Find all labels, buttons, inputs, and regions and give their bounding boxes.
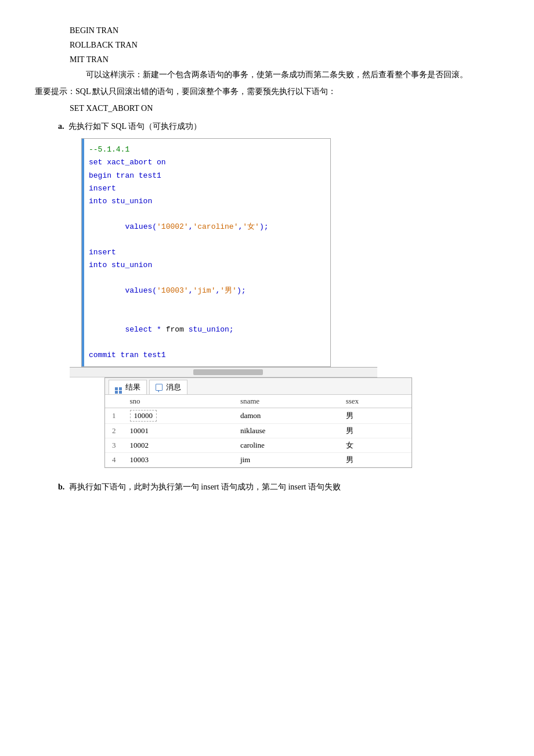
- step-b-header: b. 再执行如下语句，此时为执行第一句 insert 语句成功，第二句 inse…: [58, 480, 499, 494]
- scrollbar-area[interactable]: [70, 367, 377, 377]
- step-b-label: b.: [58, 483, 64, 491]
- row-3-num: 3: [105, 438, 123, 452]
- row-4-num: 4: [105, 452, 123, 467]
- row-1-sno: 10000: [123, 408, 233, 423]
- code-line-5: into stu_union: [89, 195, 326, 208]
- row-4-ssex: 男: [339, 452, 412, 467]
- set-xact-stmt: SET XACT_ABORT ON: [70, 101, 499, 116]
- grid-cell-1: [115, 387, 118, 390]
- step-a-header: a. 先执行如下 SQL 语句（可执行成功）: [58, 119, 499, 134]
- note-label: 重要提示：: [35, 87, 75, 96]
- tab-message[interactable]: 消息: [149, 380, 187, 394]
- th-ssex: ssex: [339, 395, 412, 408]
- code-line-11: commit tran test1: [89, 349, 326, 362]
- tab-bar: 结果 消息: [105, 378, 412, 395]
- row-2-ssex: 男: [339, 423, 412, 438]
- row-3-sname: caroline: [233, 438, 339, 452]
- line-begin-tran: BEGIN TRAN: [70, 23, 499, 38]
- row-3-ssex: 女: [339, 438, 412, 452]
- code-line-3: begin tran test1: [89, 170, 326, 182]
- row-1-sname: damon: [233, 408, 339, 423]
- step-a-label: a.: [58, 122, 64, 131]
- code-line-1: --5.1.4.1: [89, 143, 326, 156]
- msg-icon-shape: [156, 384, 163, 391]
- scroll-thumb[interactable]: [193, 369, 263, 375]
- code-inner: --5.1.4.1 set xact_abort on begin tran t…: [82, 143, 326, 362]
- code-line-2: set xact_abort on: [89, 156, 326, 169]
- table-header-row: sno sname ssex: [105, 395, 412, 408]
- row-2-sname: niklause: [233, 423, 339, 438]
- message-icon: [156, 384, 164, 392]
- code-line-7: insert: [89, 246, 326, 259]
- table-row: 4 10003 jim 男: [105, 452, 412, 467]
- step-b-text: 再执行如下语句，此时为执行第一句 insert 语句成功，第二句 insert …: [69, 483, 341, 491]
- code-line-6: values('10002','caroline','女');: [89, 208, 326, 246]
- table-row: 1 10000 damon 男: [105, 408, 412, 423]
- page-content: BEGIN TRAN ROLLBACK TRAN MIT TRAN 可以这样演示…: [35, 23, 499, 494]
- result-panel: 结果 消息 sno sname ssex: [104, 377, 412, 468]
- th-sno: sno: [123, 395, 233, 408]
- tab-result-label: 结果: [125, 382, 140, 393]
- grid-cell-2: [119, 387, 122, 390]
- row-1-ssex: 男: [339, 408, 412, 423]
- note-text: SQL 默认只回滚出错的语句，要回滚整个事务，需要预先执行以下语句：: [75, 87, 336, 96]
- code-line-9: values('10003','jim','男');: [89, 272, 326, 310]
- code-left-bar: [82, 139, 84, 366]
- note-line: 重要提示：SQL 默认只回滚出错的语句，要回滚整个事务，需要预先执行以下语句：: [35, 84, 499, 99]
- th-rownum: [105, 395, 123, 408]
- table-row: 2 10001 niklause 男: [105, 423, 412, 438]
- paragraph-1: 可以这样演示：新建一个包含两条语句的事务，使第一条成功而第二条失败，然后查看整个…: [35, 67, 499, 82]
- row-4-sno: 10003: [123, 452, 233, 467]
- row-2-num: 2: [105, 423, 123, 438]
- grid-icon: [115, 383, 123, 391]
- line-mit-tran: MIT TRAN: [70, 52, 499, 67]
- step-a-text: 先执行如下 SQL 语句（可执行成功）: [68, 122, 201, 131]
- code-line-10: select * from stu_union;: [89, 311, 326, 349]
- code-line-8: into stu_union: [89, 259, 326, 272]
- grid-cell-3: [115, 391, 118, 394]
- code-editor: --5.1.4.1 set xact_abort on begin tran t…: [81, 138, 331, 367]
- row-1-num: 1: [105, 408, 123, 423]
- code-line-4: insert: [89, 182, 326, 195]
- row-2-sno: 10001: [123, 423, 233, 438]
- row-3-sno: 10002: [123, 438, 233, 452]
- grid-cell-4: [119, 391, 122, 394]
- line-rollback-tran: ROLLBACK TRAN: [70, 38, 499, 52]
- tab-message-label: 消息: [166, 382, 181, 393]
- result-table: sno sname ssex 1 10000 damon 男 2 10001: [105, 395, 412, 467]
- tab-result[interactable]: 结果: [109, 380, 147, 394]
- row-4-sname: jim: [233, 452, 339, 467]
- table-row: 3 10002 caroline 女: [105, 438, 412, 452]
- th-sname: sname: [233, 395, 339, 408]
- result-outer: 结果 消息 sno sname ssex: [70, 367, 377, 468]
